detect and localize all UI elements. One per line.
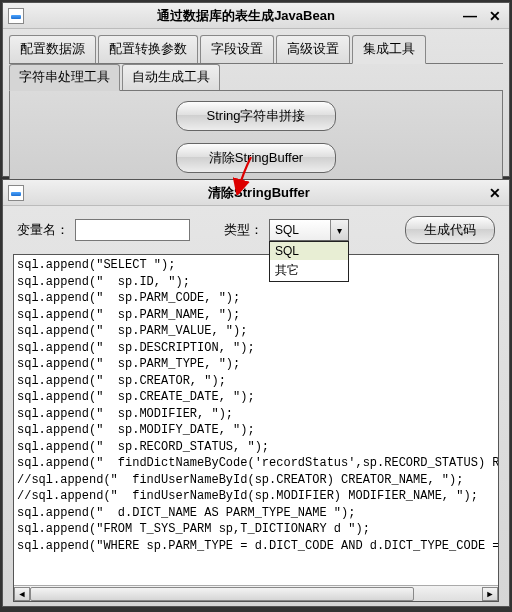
main-window: 通过数据库的表生成JavaBean — ✕ 配置数据源配置转换参数字段设置高级设… [2,2,510,177]
var-name-input[interactable] [75,219,190,241]
var-name-label: 变量名： [17,221,69,239]
sub-tabs: 字符串处理工具自动生成工具 [9,64,503,91]
subtab-1[interactable]: 自动生成工具 [122,64,220,90]
generate-code-button[interactable]: 生成代码 [405,216,495,244]
code-textarea[interactable]: sql.append("SELECT "); sql.append(" sp.I… [14,255,498,585]
result-title: 清除StringBuffer [29,184,489,202]
type-combo-value: SQL [270,223,330,237]
tab-0[interactable]: 配置数据源 [9,35,96,63]
scroll-left-button[interactable]: ◄ [14,587,30,601]
type-dropdown: SQL其它 [269,241,349,282]
close-button[interactable]: ✕ [489,185,501,201]
tool-panel: String字符串拼接 清除StringBuffer [9,91,503,183]
app-icon [8,8,24,24]
tab-1[interactable]: 配置转换参数 [98,35,198,63]
type-option-1[interactable]: 其它 [270,260,348,281]
horizontal-scrollbar[interactable]: ◄ ► [14,585,498,601]
type-combo[interactable]: SQL [269,219,349,241]
result-titlebar: 清除StringBuffer ✕ [3,180,509,206]
type-label: 类型： [224,221,263,239]
tab-3[interactable]: 高级设置 [276,35,350,63]
minimize-button[interactable]: — [463,8,477,24]
control-row: 变量名： 类型： SQL SQL其它 生成代码 [3,206,509,254]
code-area-wrap: sql.append("SELECT "); sql.append(" sp.I… [13,254,499,602]
scroll-track[interactable] [30,587,482,601]
string-concat-button[interactable]: String字符串拼接 [176,101,336,131]
scroll-thumb[interactable] [30,587,414,601]
clear-stringbuffer-button[interactable]: 清除StringBuffer [176,143,336,173]
tab-4[interactable]: 集成工具 [352,35,426,64]
type-option-0[interactable]: SQL [270,242,348,260]
chevron-down-icon [330,220,348,240]
main-titlebar: 通过数据库的表生成JavaBean — ✕ [3,3,509,29]
tab-2[interactable]: 字段设置 [200,35,274,63]
scroll-right-button[interactable]: ► [482,587,498,601]
main-title: 通过数据库的表生成JavaBean [29,7,463,25]
main-tabs: 配置数据源配置转换参数字段设置高级设置集成工具 [9,35,503,64]
subtab-0[interactable]: 字符串处理工具 [9,64,120,91]
close-button[interactable]: ✕ [489,8,501,24]
result-window: 清除StringBuffer ✕ 变量名： 类型： SQL SQL其它 生成代码… [2,179,510,607]
app-icon [8,185,24,201]
